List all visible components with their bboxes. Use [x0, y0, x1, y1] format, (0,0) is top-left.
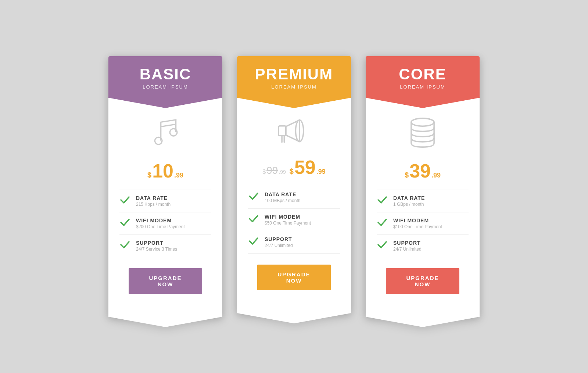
feature-text: WIFI MODEM $200 One Time Payment	[136, 218, 185, 229]
check-icon	[377, 241, 388, 251]
card-body: $ 10 .99 DATA RATE 215 Kbps / month	[108, 98, 222, 305]
check-icon	[377, 196, 388, 206]
price-new: $ 39 .99	[405, 161, 441, 180]
card-ribbon-bottom	[237, 301, 351, 313]
old-amount: 99	[266, 165, 278, 176]
check-icon	[248, 215, 259, 225]
price-section: $ 10 .99	[147, 161, 183, 180]
feature-text: SUPPORT 24/7 Unlimited	[265, 236, 293, 248]
check-icon	[119, 196, 130, 206]
price-new: $ 10 .99	[147, 161, 183, 180]
price-section: $ 99 .99 $ 59 .99	[262, 158, 326, 177]
feature-label: DATA RATE	[393, 195, 425, 201]
card-title: BASIC	[116, 67, 215, 82]
feature-label: WIFI MODEM	[393, 218, 442, 223]
card-subtitle: LOREAM IPSUM	[373, 84, 472, 90]
svg-point-1	[170, 129, 177, 136]
check-icon	[119, 218, 130, 229]
feature-text: SUPPORT 24/7 Service 3 Times	[136, 240, 177, 252]
feature-label: SUPPORT	[136, 240, 177, 246]
features-list: DATA RATE 215 Kbps / month WIFI MODEM $2…	[119, 190, 211, 257]
feature-desc: 100 MBps / month	[265, 198, 300, 203]
feature-desc: 215 Kbps / month	[136, 202, 171, 207]
feature-item: WIFI MODEM $200 One Time Payment	[119, 212, 211, 235]
feature-desc: 24/7 Unlimited	[393, 247, 422, 252]
currency-symbol: $	[290, 167, 294, 176]
feature-text: WIFI MODEM $50 One Time Payment	[265, 214, 311, 226]
price-cents: .99	[174, 172, 183, 179]
feature-text: SUPPORT 24/7 Unlimited	[393, 240, 422, 252]
old-cents: .99	[279, 169, 286, 175]
card-title: CORE	[373, 67, 472, 82]
feature-desc: 24/7 Service 3 Times	[136, 247, 177, 252]
feature-desc: 1 GBps / month	[393, 202, 425, 207]
price-amount: 59	[294, 158, 316, 177]
price-cents: .99	[431, 172, 441, 179]
features-list: DATA RATE 1 GBps / month WIFI MODEM $100…	[377, 190, 469, 257]
feature-item: SUPPORT 24/7 Unlimited	[248, 231, 340, 254]
check-icon	[377, 218, 388, 229]
feature-desc: 24/7 Unlimited	[265, 243, 293, 248]
feature-desc: $200 One Time Payment	[136, 224, 185, 229]
card-header: PREMIUM LOREAM IPSUM	[237, 56, 351, 98]
feature-text: DATA RATE 100 MBps / month	[265, 191, 300, 203]
feature-label: WIFI MODEM	[265, 214, 311, 220]
feature-text: WIFI MODEM $100 One Time Payment	[393, 218, 442, 229]
svg-line-2	[161, 124, 176, 127]
svg-point-5	[411, 118, 434, 126]
upgrade-button[interactable]: UPGRADE NOW	[129, 268, 202, 294]
music-icon	[149, 116, 182, 154]
card-subtitle: LOREAM IPSUM	[116, 84, 215, 90]
check-icon	[248, 237, 259, 247]
feature-label: SUPPORT	[393, 240, 422, 246]
check-icon	[119, 241, 130, 251]
feature-text: DATA RATE 215 Kbps / month	[136, 195, 171, 207]
pricing-card-premium: PREMIUM LOREAM IPSUM $ 99 .99 $ 59 .99	[237, 56, 351, 313]
old-currency: $	[262, 169, 266, 175]
feature-item: DATA RATE 1 GBps / month	[377, 190, 469, 212]
price-amount: 39	[409, 161, 431, 180]
features-list: DATA RATE 100 MBps / month WIFI MODEM $5…	[248, 186, 340, 254]
feature-item: WIFI MODEM $50 One Time Payment	[248, 209, 340, 231]
feature-label: SUPPORT	[265, 236, 293, 242]
currency-symbol: $	[405, 171, 409, 179]
feature-label: DATA RATE	[136, 195, 171, 201]
pricing-container: BASIC LOREAM IPSUM $ 10 .99	[94, 42, 494, 331]
upgrade-button[interactable]: UPGRADE NOW	[386, 268, 459, 294]
feature-item: WIFI MODEM $100 One Time Payment	[377, 212, 469, 235]
price-section: $ 39 .99	[405, 161, 441, 180]
upgrade-button[interactable]: UPGRADE NOW	[257, 265, 331, 290]
feature-text: DATA RATE 1 GBps / month	[393, 195, 425, 207]
feature-desc: $100 One Time Payment	[393, 224, 442, 229]
card-ribbon-bottom	[366, 305, 480, 317]
feature-item: DATA RATE 100 MBps / month	[248, 186, 340, 209]
card-ribbon-bottom	[108, 305, 222, 317]
pricing-card-core: CORE LOREAM IPSUM $ 39 .99	[366, 56, 480, 317]
megaphone-icon	[276, 116, 312, 150]
feature-label: DATA RATE	[265, 191, 300, 197]
feature-item: SUPPORT 24/7 Unlimited	[377, 235, 469, 257]
card-header: CORE LOREAM IPSUM	[366, 56, 480, 98]
card-body: $ 39 .99 DATA RATE 1 GBps / month	[366, 98, 480, 305]
price-old: $ 99 .99	[262, 165, 286, 176]
svg-point-0	[155, 137, 162, 144]
price-cents: .99	[316, 168, 326, 176]
pricing-card-basic: BASIC LOREAM IPSUM $ 10 .99	[108, 56, 222, 317]
card-header: BASIC LOREAM IPSUM	[108, 56, 222, 98]
check-icon	[248, 192, 259, 202]
currency-symbol: $	[147, 171, 151, 179]
svg-rect-3	[279, 126, 286, 136]
price-new: $ 59 .99	[290, 158, 326, 177]
feature-item: DATA RATE 215 Kbps / month	[119, 190, 211, 212]
feature-item: SUPPORT 24/7 Service 3 Times	[119, 235, 211, 257]
database-icon	[408, 116, 437, 154]
card-title: PREMIUM	[244, 67, 344, 82]
card-body: $ 99 .99 $ 59 .99 DATA RATE	[237, 98, 351, 301]
feature-label: WIFI MODEM	[136, 218, 185, 223]
feature-desc: $50 One Time Payment	[265, 220, 311, 226]
price-amount: 10	[152, 161, 173, 180]
card-subtitle: LOREAM IPSUM	[244, 84, 344, 90]
